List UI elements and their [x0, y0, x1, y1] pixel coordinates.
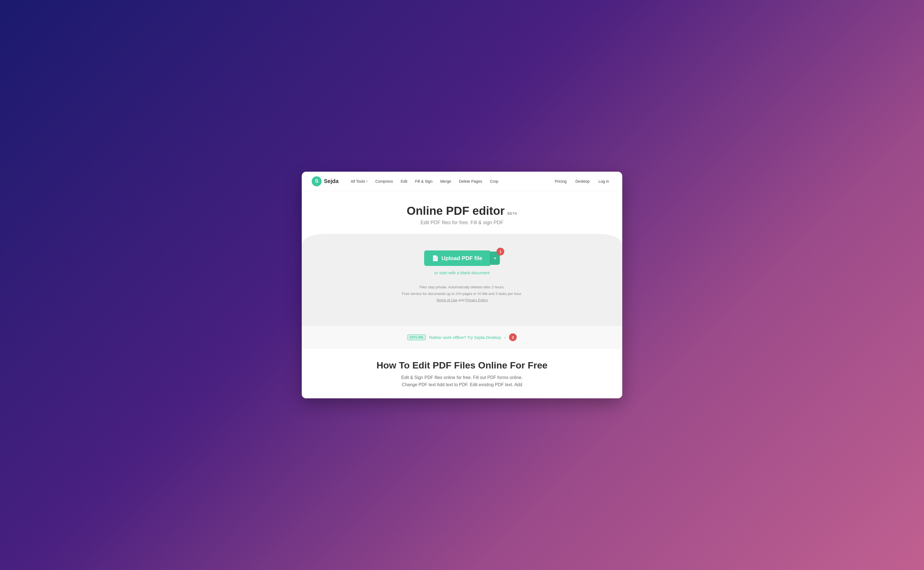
hero-title: Online PDF editor BETA	[407, 204, 517, 218]
offline-tag: OFFLINE	[407, 334, 426, 340]
nav-compress[interactable]: Compress	[372, 177, 396, 186]
nav-desktop[interactable]: Desktop	[572, 177, 593, 186]
offline-badge: 2	[509, 333, 517, 341]
logo[interactable]: S Sejda	[312, 176, 338, 186]
logo-text: Sejda	[324, 178, 338, 184]
nav-delete-pages[interactable]: Delete Pages	[456, 177, 485, 186]
nav-left: All Tools ▾ Compress Edit Fill & Sign Me…	[347, 177, 551, 186]
nav-right: Pricing Desktop Log in	[552, 177, 612, 186]
nav-login[interactable]: Log in	[595, 177, 612, 186]
navbar: S Sejda All Tools ▾ Compress Edit Fill &…	[302, 172, 622, 191]
offline-banner[interactable]: OFFLINE Rather work offline? Try Sejda D…	[407, 333, 517, 341]
nav-merge[interactable]: Merge	[437, 177, 454, 186]
beta-badge: BETA	[507, 212, 517, 216]
nav-edit[interactable]: Edit	[397, 177, 411, 186]
nav-crop[interactable]: Crop	[486, 177, 502, 186]
upload-button[interactable]: 📄 Upload PDF file	[424, 250, 490, 266]
nav-all-tools[interactable]: All Tools ▾	[347, 177, 371, 186]
arrow-right-icon: ›	[504, 335, 506, 340]
chevron-down-icon: ▾	[366, 180, 367, 183]
terms-link[interactable]: Terms of Use	[436, 298, 457, 302]
how-to-text: Edit & Sign PDF files online for free. F…	[312, 374, 612, 388]
upload-area: 📄 Upload PDF file ▾ 1 or start with a bl…	[302, 234, 622, 325]
offline-section: OFFLINE Rather work offline? Try Sejda D…	[302, 325, 622, 349]
privacy-info: Files stay private. Automatically delete…	[312, 284, 612, 303]
privacy-link[interactable]: Privacy Policy	[465, 298, 488, 302]
chevron-down-icon: ▾	[494, 256, 496, 260]
nav-fill-sign[interactable]: Fill & Sign	[412, 177, 436, 186]
nav-pricing[interactable]: Pricing	[552, 177, 570, 186]
upload-badge: 1	[497, 248, 504, 256]
logo-icon: S	[312, 176, 322, 186]
blank-document-link[interactable]: or start with a blank document	[312, 270, 612, 275]
how-to-title: How To Edit PDF Files Online For Free	[312, 360, 612, 371]
main-window: S Sejda All Tools ▾ Compress Edit Fill &…	[302, 172, 622, 398]
privacy-line2: Free service for documents up to 200 pag…	[312, 291, 612, 297]
hero-subtitle: Edit PDF files for free. Fill & sign PDF	[312, 220, 612, 225]
hero-section: Online PDF editor BETA Edit PDF files fo…	[302, 191, 622, 225]
upload-btn-wrapper: 📄 Upload PDF file ▾ 1	[424, 250, 500, 266]
legal-links: Terms of Use and Privacy Policy	[312, 297, 612, 303]
offline-text: Rather work offline? Try Sejda Desktop	[429, 335, 501, 340]
how-to-section: How To Edit PDF Files Online For Free Ed…	[302, 349, 622, 398]
file-icon: 📄	[432, 255, 439, 262]
